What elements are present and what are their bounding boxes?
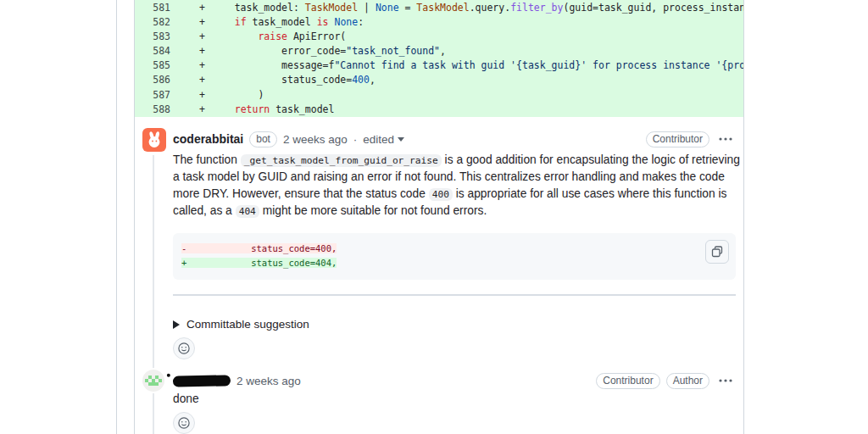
thread-timeline-line bbox=[153, 393, 154, 434]
diff-sign: + bbox=[193, 30, 211, 44]
line-number: 584 bbox=[135, 44, 170, 58]
kebab-icon bbox=[719, 379, 732, 382]
collapsed-triangle-icon bbox=[173, 320, 180, 329]
thread-timeline-line bbox=[153, 155, 154, 368]
suggestion-add-line: + status_code=404, bbox=[181, 256, 736, 270]
code-text: raise ApiError( bbox=[211, 30, 346, 44]
bot-badge: bot bbox=[249, 131, 277, 147]
diff-line: 585+ message=f"Cannot find a task with g… bbox=[135, 58, 743, 73]
comment2-author-redacted[interactable] bbox=[173, 375, 231, 387]
code-text: message=f"Cannot find a task with guid '… bbox=[211, 58, 743, 73]
code-diff-block: 581+ task_model: TaskModel | None = Task… bbox=[135, 0, 743, 117]
diff-line: 583+ raise ApiError( bbox=[135, 30, 743, 44]
copy-icon bbox=[710, 245, 724, 259]
author-badge: Author bbox=[666, 373, 709, 389]
inline-code-chip: 404 bbox=[236, 205, 259, 218]
meta-separator: · bbox=[353, 133, 358, 146]
line-number: 585 bbox=[135, 58, 170, 73]
comment2-badges: ContributorAuthor bbox=[596, 373, 709, 389]
rabbit-icon bbox=[142, 128, 166, 152]
code-text: return task_model bbox=[211, 103, 334, 117]
chevron-down-icon bbox=[398, 137, 404, 142]
comment2-header: 2 weeks ago ContributorAuthor bbox=[173, 370, 736, 391]
diff-sign: + bbox=[193, 44, 211, 58]
diff-sign: + bbox=[193, 88, 211, 103]
diff-sign: + bbox=[193, 1, 211, 15]
code-text: ) bbox=[211, 88, 264, 103]
suggestion-diff-box: - status_code=400,+ status_code=404, bbox=[173, 233, 736, 280]
code-text: task_model: TaskModel | None = TaskModel… bbox=[211, 1, 743, 15]
diff-line: 584+ error_code="task_not_found", bbox=[135, 44, 743, 58]
line-number: 582 bbox=[135, 15, 170, 30]
comment1-badges: Contributor bbox=[646, 131, 709, 147]
comment1-timestamp-link[interactable]: 2 weeks ago bbox=[283, 133, 348, 146]
copy-suggestion-button[interactable] bbox=[705, 240, 729, 264]
diff-sign: + bbox=[193, 73, 211, 87]
comment2-add-reaction-button[interactable] bbox=[173, 412, 195, 434]
diff-sign: + bbox=[193, 15, 211, 30]
contributor-badge: Contributor bbox=[596, 373, 659, 389]
diff-sign: + bbox=[193, 58, 211, 73]
smiley-icon bbox=[177, 416, 191, 430]
comment2-kebab-menu-button[interactable] bbox=[715, 377, 736, 384]
edited-label: edited bbox=[363, 133, 394, 146]
diff-line: 586+ status_code=400, bbox=[135, 73, 743, 87]
kebab-icon bbox=[719, 137, 732, 141]
body-text: The function bbox=[173, 153, 241, 166]
comment1-author-link[interactable]: coderabbitai bbox=[173, 132, 243, 146]
diff-sign: + bbox=[193, 103, 211, 117]
identicon-icon bbox=[145, 372, 162, 389]
review-thread-container: 581+ task_model: TaskModel | None = Task… bbox=[134, 0, 744, 434]
line-number: 586 bbox=[135, 73, 170, 87]
diff-line: 587+ ) bbox=[135, 88, 743, 103]
smiley-icon bbox=[177, 342, 191, 355]
contributor-badge: Contributor bbox=[646, 131, 709, 147]
line-number: 587 bbox=[135, 88, 170, 103]
line-number: 581 bbox=[135, 1, 170, 15]
comment2-author-avatar[interactable] bbox=[142, 370, 164, 392]
edited-dropdown-toggle[interactable]: edited bbox=[363, 133, 404, 146]
pr-review-thread-page: 581+ task_model: TaskModel | None = Task… bbox=[0, 0, 868, 434]
diff-line: 588+ return task_model bbox=[135, 103, 743, 117]
comment1-kebab-menu-button[interactable] bbox=[715, 136, 736, 142]
suggestion-del-line: - status_code=400, bbox=[181, 242, 736, 256]
comment1-add-reaction-button[interactable] bbox=[173, 337, 195, 359]
inline-code-chip: _get_task_model_from_guid_or_raise bbox=[241, 154, 442, 167]
suggestion-diff-lines: - status_code=400,+ status_code=404, bbox=[181, 242, 736, 270]
comment1-body: The function _get_task_model_from_guid_o… bbox=[173, 152, 746, 220]
committable-suggestion-toggle[interactable]: Committable suggestion bbox=[173, 318, 309, 331]
diff-line: 581+ task_model: TaskModel | None = Task… bbox=[135, 1, 743, 15]
line-number: 588 bbox=[135, 103, 170, 117]
code-text: error_code="task_not_found", bbox=[211, 44, 446, 58]
code-text: status_code=400, bbox=[211, 73, 376, 87]
section-divider bbox=[173, 294, 736, 296]
comment1-header: coderabbitai bot 2 weeks ago · edited Co… bbox=[173, 128, 736, 150]
comment2-body: done bbox=[173, 392, 199, 405]
inline-code-chip: 400 bbox=[429, 188, 453, 201]
committable-suggestion-label: Committable suggestion bbox=[186, 318, 309, 331]
body-text: might be more suitable for not found err… bbox=[259, 204, 487, 217]
line-number: 583 bbox=[135, 30, 170, 44]
code-text: if task_model is None: bbox=[211, 15, 364, 30]
pane-divider bbox=[116, 0, 117, 434]
coderabbitai-avatar[interactable] bbox=[142, 128, 166, 152]
diff-line: 582+ if task_model is None: bbox=[135, 15, 743, 30]
comment2-timestamp-link[interactable]: 2 weeks ago bbox=[236, 375, 301, 387]
